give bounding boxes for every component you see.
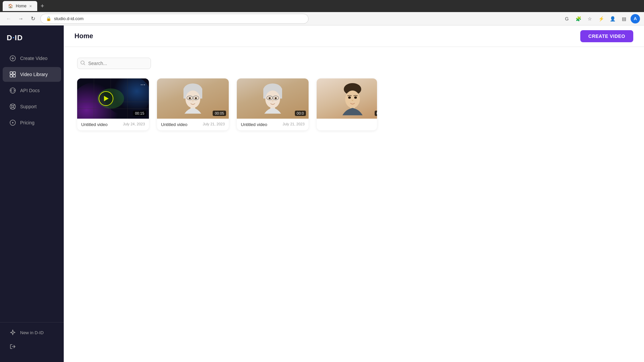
video-info-2: Untitled video July 21, 2023 bbox=[157, 119, 229, 130]
sidebar-toggle-icon[interactable]: ▤ bbox=[619, 14, 629, 23]
sidebar-label-pricing: Pricing bbox=[20, 120, 35, 125]
browser-chrome: 🏠 Home ✕ + bbox=[0, 0, 644, 12]
user-profile-circle[interactable]: A bbox=[631, 14, 640, 23]
search-input[interactable] bbox=[77, 58, 151, 69]
duration-badge-3: 00:0 bbox=[295, 111, 306, 116]
svg-rect-5 bbox=[10, 75, 12, 77]
tab-close-btn[interactable]: ✕ bbox=[29, 4, 32, 8]
main-content: Home CREATE VIDEO bbox=[64, 25, 644, 362]
back-button[interactable]: ← bbox=[4, 14, 13, 23]
play-circle-1 bbox=[99, 91, 113, 106]
content-area: ··· 00:15 Untitled video July 24, 2023 bbox=[64, 47, 644, 362]
video-name-2: Untitled video bbox=[161, 122, 187, 127]
video-date-2: July 21, 2023 bbox=[203, 122, 225, 126]
more-options-btn-1[interactable]: ··· bbox=[139, 80, 147, 88]
svg-point-48 bbox=[354, 97, 357, 99]
extension-puzzle-icon[interactable]: 🧩 bbox=[574, 14, 583, 23]
svg-point-43 bbox=[275, 97, 277, 99]
search-wrapper bbox=[77, 58, 151, 69]
new-tab-button[interactable]: + bbox=[39, 2, 46, 10]
main-header: Home CREATE VIDEO bbox=[64, 25, 644, 47]
create-video-button[interactable]: CREATE VIDEO bbox=[580, 30, 633, 42]
tab-bar: 🏠 Home ✕ + bbox=[3, 1, 46, 11]
video-thumbnail-1: ··· 00:15 bbox=[77, 78, 149, 119]
support-icon bbox=[9, 103, 16, 110]
video-info-1: Untitled video July 24, 2023 bbox=[77, 119, 149, 130]
video-date-1: July 24, 2023 bbox=[123, 122, 145, 126]
sidebar-item-support[interactable]: Support bbox=[3, 99, 61, 114]
logo: D·ID bbox=[0, 31, 64, 50]
svg-point-46 bbox=[345, 90, 360, 108]
svg-point-15 bbox=[12, 122, 13, 123]
sidebar-bottom: New in D-ID bbox=[0, 322, 64, 357]
sparkle-icon bbox=[9, 329, 16, 336]
bookmark-icon[interactable]: ☆ bbox=[585, 14, 594, 23]
svg-point-33 bbox=[189, 97, 191, 99]
video-card-4-partial[interactable]: 00:0 bbox=[317, 78, 377, 130]
logo-dot: · bbox=[12, 34, 15, 42]
thumbnail-bg-4 bbox=[317, 78, 377, 119]
video-grid: ··· 00:15 Untitled video July 24, 2023 bbox=[77, 78, 631, 130]
app-container: D·ID Create Video bbox=[0, 25, 644, 362]
logo-text: D·ID bbox=[7, 34, 23, 42]
svg-rect-6 bbox=[13, 75, 15, 77]
search-icon bbox=[80, 61, 85, 66]
sidebar-label-api-docs: API Docs bbox=[20, 88, 40, 93]
api-docs-icon bbox=[9, 87, 16, 94]
sidebar-label-video-library: Video Library bbox=[20, 72, 48, 77]
tab-home[interactable]: 🏠 Home ✕ bbox=[3, 1, 37, 11]
play-overlay-1[interactable] bbox=[99, 91, 113, 106]
video-thumbnail-2: 00:05 bbox=[157, 78, 229, 119]
duration-badge-1: 00:15 bbox=[133, 111, 146, 116]
extension-icon[interactable]: ⚡ bbox=[596, 14, 606, 23]
forward-button[interactable]: → bbox=[16, 14, 25, 23]
sidebar-label-new-in-did: New in D-ID bbox=[20, 330, 44, 335]
page-title: Home bbox=[74, 32, 93, 40]
sidebar-item-logout[interactable] bbox=[3, 340, 61, 353]
tab-favicon: 🏠 bbox=[8, 4, 13, 8]
address-bar[interactable]: 🔒 studio.d-id.com bbox=[40, 14, 309, 24]
video-thumbnail-3: 00:0 bbox=[237, 78, 309, 119]
svg-point-9 bbox=[12, 106, 14, 108]
sidebar-item-api-docs[interactable]: API Docs bbox=[3, 83, 61, 98]
sidebar-item-new-in-did[interactable]: New in D-ID bbox=[3, 326, 61, 339]
video-thumbnail-4: 00:0 bbox=[317, 78, 377, 119]
sidebar: D·ID Create Video bbox=[0, 25, 64, 362]
browser-action-buttons: G 🧩 ☆ ⚡ 👤 ▤ A bbox=[562, 14, 640, 23]
url-text: studio.d-id.com bbox=[54, 16, 303, 21]
google-icon[interactable]: G bbox=[562, 14, 572, 23]
svg-rect-3 bbox=[10, 72, 12, 74]
video-card-1[interactable]: ··· 00:15 Untitled video July 24, 2023 bbox=[77, 78, 149, 130]
sidebar-item-video-library[interactable]: Video Library bbox=[3, 67, 61, 82]
video-card-2[interactable]: 00:05 Untitled video July 21, 2023 bbox=[157, 78, 229, 130]
sidebar-label-support: Support bbox=[20, 104, 37, 109]
video-name-1: Untitled video bbox=[81, 122, 108, 127]
svg-rect-4 bbox=[13, 72, 15, 74]
svg-line-17 bbox=[84, 64, 85, 65]
sidebar-item-pricing[interactable]: Pricing bbox=[3, 115, 61, 130]
svg-point-42 bbox=[269, 97, 271, 99]
sidebar-nav: Create Video Video Library bbox=[0, 50, 64, 319]
tab-title: Home bbox=[16, 4, 26, 8]
video-info-3: Untitled video July 21, 2023 bbox=[237, 119, 309, 130]
logout-icon bbox=[9, 343, 16, 350]
duration-badge-4: 00:0 bbox=[375, 111, 377, 116]
video-card-3[interactable]: 00:0 Untitled video July 21, 2023 bbox=[237, 78, 309, 130]
browser-controls: ← → ↻ 🔒 studio.d-id.com G 🧩 ☆ ⚡ 👤 ▤ A bbox=[0, 12, 644, 25]
svg-point-47 bbox=[348, 97, 351, 99]
refresh-button[interactable]: ↻ bbox=[28, 14, 38, 23]
profile-avatar-icon[interactable]: 👤 bbox=[608, 14, 617, 23]
pricing-icon bbox=[9, 119, 16, 126]
play-triangle-1 bbox=[104, 96, 109, 101]
duration-badge-2: 00:05 bbox=[213, 111, 226, 116]
lock-icon: 🔒 bbox=[46, 16, 51, 21]
svg-point-34 bbox=[195, 97, 197, 99]
video-name-3: Untitled video bbox=[241, 122, 267, 127]
grid-icon bbox=[9, 71, 16, 78]
sidebar-label-create-video: Create Video bbox=[20, 56, 47, 61]
sidebar-item-create-video[interactable]: Create Video bbox=[3, 51, 61, 66]
plus-icon bbox=[9, 55, 16, 62]
video-date-3: July 21, 2023 bbox=[283, 122, 305, 126]
